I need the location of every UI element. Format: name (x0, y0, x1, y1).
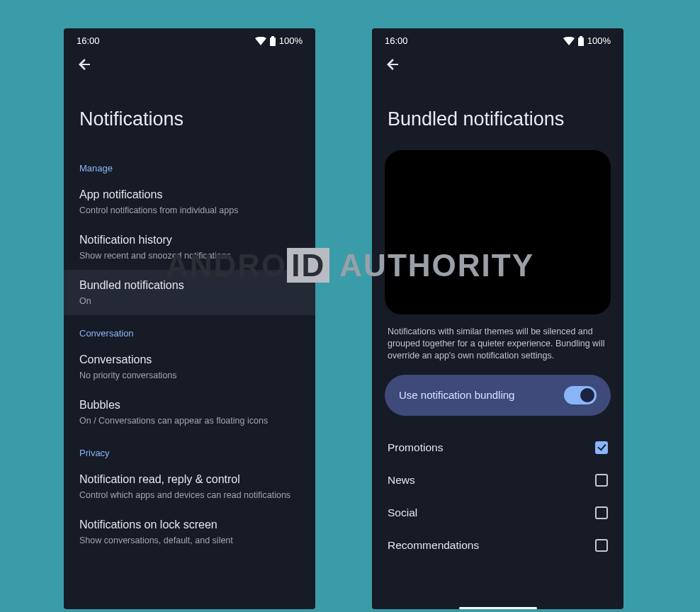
svg-rect-0 (271, 36, 274, 38)
setting-item[interactable]: Notification historyShow recent and snoo… (64, 225, 315, 270)
switch-on-icon (564, 386, 597, 404)
checkbox-unchecked-icon[interactable] (595, 474, 608, 487)
status-bar: 16:00 100% (372, 28, 623, 50)
setting-item[interactable]: Notifications on lock screenShow convers… (64, 509, 315, 555)
status-bar: 16:00 100% (64, 28, 315, 50)
status-battery-pct: 100% (587, 35, 611, 46)
battery-icon (577, 36, 585, 46)
category-label: Social (388, 506, 417, 519)
svg-rect-1 (270, 38, 276, 46)
setting-title: Conversations (79, 353, 300, 368)
svg-rect-3 (578, 38, 584, 46)
setting-subtitle: Show conversations, default, and silent (79, 535, 300, 546)
screenshot-notifications: 16:00 100% Notifications ManageApp notif… (64, 28, 315, 609)
preview-placeholder (385, 150, 611, 314)
setting-subtitle: On / Conversations can appear as floatin… (79, 415, 300, 426)
setting-item[interactable]: Bundled notificationsOn (64, 270, 315, 315)
svg-rect-2 (580, 36, 582, 38)
wifi-icon (563, 37, 575, 45)
status-time: 16:00 (77, 35, 100, 46)
description-text: Notifications with similar themes will b… (372, 323, 623, 375)
battery-icon (269, 36, 276, 46)
page-title: Bundled notifications (372, 76, 623, 150)
category-label: Recommendations (388, 539, 479, 552)
section-header: Privacy (64, 435, 315, 464)
checkbox-unchecked-icon[interactable] (595, 539, 608, 552)
setting-title: Notification read, reply & control (79, 472, 300, 487)
wifi-icon (255, 37, 266, 45)
category-row[interactable]: Promotions (372, 431, 623, 464)
back-button[interactable] (77, 56, 94, 73)
setting-title: Bubbles (79, 398, 300, 413)
setting-item[interactable]: App notificationsControl notifications f… (64, 179, 315, 225)
setting-subtitle: Show recent and snoozed notifications (79, 250, 300, 261)
toggle-label: Use notification bundling (399, 389, 514, 401)
checkbox-unchecked-icon[interactable] (595, 506, 608, 519)
setting-item[interactable]: BubblesOn / Conversations can appear as … (64, 390, 315, 435)
setting-subtitle: Control which apps and devices can read … (79, 489, 300, 501)
setting-title: Notification history (79, 233, 300, 248)
status-battery-pct: 100% (279, 35, 303, 46)
category-row[interactable]: Recommendations (372, 529, 623, 562)
category-row[interactable]: Social (372, 497, 623, 529)
setting-title: Notifications on lock screen (79, 518, 300, 533)
category-label: Promotions (388, 441, 443, 454)
checkbox-checked-icon[interactable] (595, 441, 608, 454)
category-row[interactable]: News (372, 464, 623, 497)
setting-item[interactable]: Notification read, reply & controlContro… (64, 464, 315, 509)
setting-subtitle: Control notifications from individual ap… (79, 205, 300, 216)
section-header: Manage (64, 150, 315, 179)
page-title: Notifications (64, 76, 315, 150)
back-button[interactable] (385, 56, 402, 73)
status-time: 16:00 (385, 35, 408, 46)
section-header: Conversation (64, 315, 315, 344)
setting-title: Bundled notifications (79, 278, 300, 293)
screenshot-bundled-notifications: 16:00 100% Bundled notifications Notific… (372, 28, 623, 609)
setting-title: App notifications (79, 188, 300, 203)
use-notification-bundling-toggle[interactable]: Use notification bundling (385, 375, 611, 416)
setting-item[interactable]: ConversationsNo priority conversations (64, 344, 315, 390)
setting-subtitle: On (79, 295, 300, 307)
gesture-bar (459, 607, 537, 609)
category-label: News (388, 474, 415, 487)
setting-subtitle: No priority conversations (79, 370, 300, 381)
